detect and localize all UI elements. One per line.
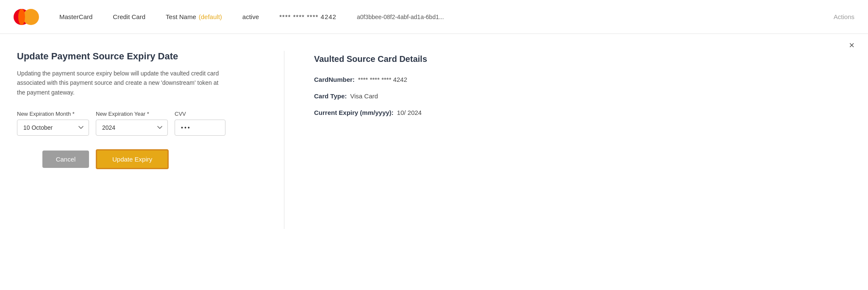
card-type-value: Visa Card [350,92,378,100]
close-button[interactable]: × [849,41,854,50]
button-row: Cancel Update Expiry [42,149,254,169]
month-group: New Expiration Month * 01 January02 Febr… [17,111,89,136]
card-type-label: Card Type: [314,92,347,100]
card-type-row: Card Type: Visa Card [314,92,851,100]
cvv-input[interactable] [175,120,225,136]
month-select[interactable]: 01 January02 February03 March04 April05 … [17,120,89,136]
mc-overlap-circle [18,9,25,25]
cancel-button[interactable]: Cancel [42,151,89,168]
right-panel: Vaulted Source Card Details CardNumber: … [314,51,851,229]
panel-description: Updating the payment source expiry below… [17,69,220,97]
left-panel: Update Payment Source Expiry Date Updati… [17,51,254,229]
panel-title: Update Payment Source Expiry Date [17,51,254,62]
customer-name: Test Name [166,13,196,20]
main-content: × Update Payment Source Expiry Date Upda… [0,34,868,246]
cvv-label: CVV [175,111,225,117]
form-row: New Expiration Month * 01 January02 Febr… [17,111,254,136]
card-number-masked: **** **** **** 4242 [279,13,337,20]
default-label: (default) [199,13,222,20]
card-type: Credit Card [113,13,145,20]
brand-name: MasterCard [59,13,92,20]
card-number-value: **** **** **** 4242 [358,76,407,83]
card-number-row: CardNumber: **** **** **** 4242 [314,76,851,83]
month-label: New Expiration Month * [17,111,89,117]
top-row: MasterCard Credit Card Test Name (defaul… [0,0,868,34]
year-select[interactable]: 2024202520262027202820292030 [96,120,168,136]
card-number-label: CardNumber: [314,76,355,83]
right-panel-title: Vaulted Source Card Details [314,54,851,64]
expiry-row: Current Expiry (mm/yyyy): 10/ 2024 [314,109,851,116]
mastercard-logo [14,9,39,25]
year-group: New Expiration Year * 202420252026202720… [96,111,168,136]
actions-link[interactable]: Actions [834,13,854,20]
uuid: a0f3bbee-08f2-4abf-ad1a-6bd1... [357,14,444,20]
panel-divider [284,51,284,229]
update-expiry-button[interactable]: Update Expiry [96,149,169,169]
customer-name-group: Test Name (default) [166,13,222,20]
mc-yellow-circle [23,9,39,25]
expiry-label: Current Expiry (mm/yyyy): [314,109,394,116]
cvv-group: CVV [175,111,225,136]
status-badge: active [242,13,259,20]
year-label: New Expiration Year * [96,111,168,117]
expiry-value: 10/ 2024 [397,109,422,116]
